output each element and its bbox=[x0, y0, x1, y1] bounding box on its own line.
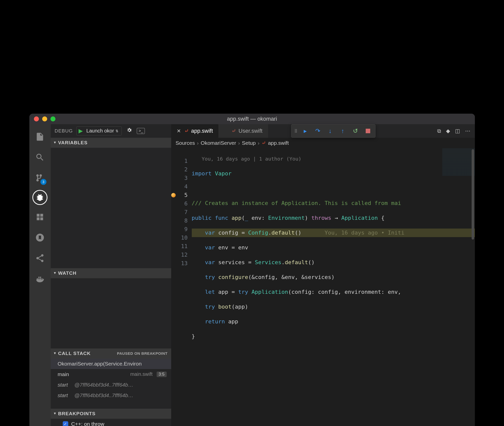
chevron-updown-icon: ⇅ bbox=[115, 129, 118, 133]
debug-settings-button[interactable] bbox=[126, 127, 132, 134]
activity-git[interactable] bbox=[32, 229, 47, 246]
step-out-button[interactable]: ↑ bbox=[338, 126, 348, 136]
git-icon bbox=[35, 233, 45, 242]
activity-scm[interactable]: 3 bbox=[32, 169, 47, 186]
watch-body bbox=[51, 278, 171, 348]
step-over-button[interactable]: ↷ bbox=[312, 126, 323, 136]
share-icon bbox=[35, 253, 45, 263]
callstack-frame[interactable]: main main.swift 3:5 bbox=[51, 369, 171, 380]
debug-toolbar[interactable]: ⁞⁞ ▸ ↷ ↓ ↑ ↺ bbox=[291, 124, 375, 138]
section-watch-header[interactable]: ▸ WATCH bbox=[51, 268, 171, 278]
step-into-button[interactable]: ↓ bbox=[325, 126, 336, 136]
activity-share[interactable] bbox=[32, 250, 47, 267]
docker-icon bbox=[35, 274, 45, 283]
checkbox-icon[interactable]: ✓ bbox=[63, 421, 68, 426]
inline-blame: You, 16 days ago • Initi bbox=[325, 230, 404, 236]
chevron-down-icon: ▸ bbox=[53, 413, 57, 415]
tab-app-swift[interactable]: ✕ ⤶ app.swift bbox=[171, 124, 219, 138]
build-icon[interactable]: ◆ bbox=[446, 128, 450, 134]
more-icon[interactable]: ⋯ bbox=[465, 128, 470, 134]
drag-handle-icon[interactable]: ⁞⁞ bbox=[293, 128, 298, 134]
swift-icon: ⤶ bbox=[262, 140, 266, 146]
activity-extensions[interactable] bbox=[32, 208, 47, 226]
activity-explorer[interactable] bbox=[32, 128, 47, 145]
chevron-down-icon: ▸ bbox=[53, 352, 57, 354]
files-icon bbox=[35, 132, 45, 141]
code-editor[interactable]: 123 456 789 10111213 You, 16 days ago | … bbox=[171, 148, 475, 426]
debug-sidepanel: DEBUG ▶ Launch okor⇅ >_ ▸ VARIABLES ▸ WA… bbox=[51, 124, 171, 426]
diff-icon[interactable]: ⧉ bbox=[437, 128, 441, 134]
split-icon[interactable]: ◫ bbox=[455, 128, 460, 134]
callstack-body: OkomariServer.app(Service.Environ main m… bbox=[51, 359, 171, 409]
chevron-down-icon: ▸ bbox=[53, 142, 57, 144]
stop-button[interactable] bbox=[363, 126, 373, 136]
debug-label: DEBUG bbox=[55, 128, 73, 134]
callstack-frame[interactable]: start @7fff64bbf3d4..7fff64b… bbox=[51, 380, 171, 390]
callstack-frame[interactable]: OkomariServer.app(Service.Environ bbox=[51, 359, 171, 369]
close-icon[interactable]: ✕ bbox=[177, 128, 182, 134]
start-debug-icon[interactable]: ▶ bbox=[77, 128, 85, 134]
breadcrumb[interactable]: Sources› OkomariServer› Setup› ⤶ app.swi… bbox=[171, 138, 475, 148]
breakpoint-marker-icon[interactable] bbox=[171, 193, 176, 197]
activity-docker[interactable] bbox=[32, 270, 47, 287]
swift-icon: ⤶ bbox=[231, 128, 236, 134]
activity-search[interactable] bbox=[32, 149, 47, 166]
search-icon bbox=[35, 153, 45, 162]
codelens[interactable]: You, 16 days ago | 1 author (You) bbox=[192, 155, 475, 163]
window-minimize-dot[interactable] bbox=[42, 116, 47, 121]
code-content[interactable]: You, 16 days ago | 1 author (You) import… bbox=[192, 148, 475, 426]
window-close-dot[interactable] bbox=[34, 116, 39, 121]
breakpoint-row[interactable]: ✓ C++: on throw bbox=[51, 419, 171, 426]
debug-topbar: DEBUG ▶ Launch okor⇅ >_ bbox=[51, 124, 171, 138]
bug-icon bbox=[35, 193, 44, 202]
window-zoom-dot[interactable] bbox=[50, 116, 55, 121]
restart-button[interactable]: ↺ bbox=[350, 126, 361, 136]
main-row: 3 DEBUG bbox=[29, 124, 475, 426]
variables-body bbox=[51, 148, 171, 268]
callstack-frame[interactable]: start @7fff64bbf3d4..7fff64b… bbox=[51, 390, 171, 401]
debug-config-selector[interactable]: ▶ Launch okor⇅ bbox=[76, 126, 122, 135]
swift-icon: ⤶ bbox=[184, 128, 189, 134]
editor-area: ✕ ⤶ app.swift ✕ ⤶ User.swift ⧉ ◆ ◫ ⋯ bbox=[171, 124, 475, 426]
line-gutter: 123 456 789 10111213 bbox=[171, 148, 192, 426]
section-variables-header[interactable]: ▸ VARIABLES bbox=[51, 138, 171, 148]
breakpoints-body: ✓ C++: on throw C++: on catch ✓ app.swif… bbox=[51, 419, 171, 426]
scm-badge: 3 bbox=[40, 179, 46, 185]
section-callstack-header[interactable]: ▸ CALL STACK PAUSED ON BREAKPOINT bbox=[51, 348, 171, 359]
tab-user-swift[interactable]: ✕ ⤶ User.swift bbox=[218, 124, 268, 138]
activity-bar: 3 bbox=[29, 124, 51, 426]
window: app.swift — okomari 3 bbox=[29, 114, 475, 426]
window-title: app.swift — okomari bbox=[29, 116, 475, 122]
vertical-scrollbar[interactable] bbox=[471, 148, 475, 426]
section-breakpoints-header[interactable]: ▸ BREAKPOINTS bbox=[51, 409, 171, 419]
activity-debug[interactable] bbox=[32, 190, 47, 205]
continue-button[interactable]: ▸ bbox=[300, 126, 310, 136]
debug-console-button[interactable]: >_ bbox=[137, 128, 145, 134]
chevron-down-icon: ▸ bbox=[53, 272, 57, 274]
extensions-icon bbox=[35, 212, 45, 222]
minimap[interactable] bbox=[442, 148, 475, 176]
titlebar: app.swift — okomari bbox=[29, 114, 475, 124]
